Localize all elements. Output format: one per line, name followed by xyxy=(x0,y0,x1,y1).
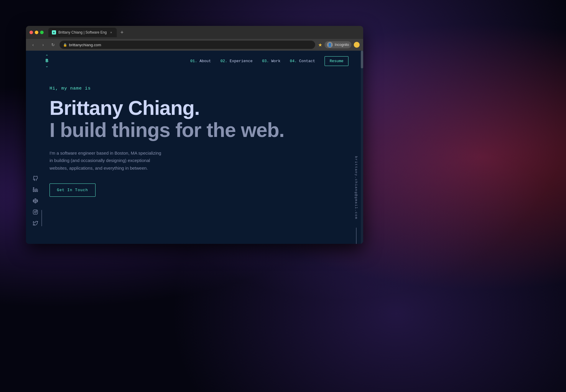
codepen-icon[interactable] xyxy=(32,198,38,204)
social-sidebar xyxy=(32,176,38,226)
address-input[interactable]: 🔒 brittanychiang.com xyxy=(60,41,315,49)
maximize-button[interactable] xyxy=(40,31,44,34)
twitter-icon[interactable] xyxy=(32,220,38,226)
forward-button[interactable]: › xyxy=(40,41,47,48)
incognito-label: Incognito xyxy=(335,43,349,47)
nav-num-work: 03. xyxy=(262,59,269,63)
svg-rect-5 xyxy=(33,210,38,214)
instagram-icon[interactable] xyxy=(32,209,38,215)
site-logo[interactable]: B xyxy=(41,55,53,67)
browser-titlebar: B Brittany Chiang | Software Eng × + xyxy=(26,26,363,39)
nav-link-contact[interactable]: 04. Contact xyxy=(290,59,315,63)
incognito-avatar: 👤 xyxy=(327,42,333,48)
email-text[interactable]: brittany.chiang@gmail.com xyxy=(354,156,358,219)
email-line xyxy=(356,228,356,244)
svg-rect-0 xyxy=(33,189,34,192)
traffic-lights xyxy=(29,31,44,34)
site-navigation: B 01. About 02. Experience 03. Work 04. … xyxy=(26,51,363,71)
nav-link-work[interactable]: 03. Work xyxy=(262,59,280,63)
scrollbar[interactable] xyxy=(361,51,363,244)
svg-point-6 xyxy=(34,211,36,213)
tab-bar: B Brittany Chiang | Software Eng × + xyxy=(48,28,360,37)
nav-link-experience[interactable]: 02. Experience xyxy=(221,59,253,63)
linkedin-icon[interactable] xyxy=(32,187,38,193)
hero-name: Brittany Chiang. xyxy=(50,97,340,119)
resume-button[interactable]: Resume xyxy=(325,56,348,66)
close-button[interactable] xyxy=(29,31,33,34)
new-tab-button[interactable]: + xyxy=(118,28,126,37)
nav-num-about: 01. xyxy=(190,59,197,63)
browser-window: B Brittany Chiang | Software Eng × + ‹ ›… xyxy=(26,26,363,244)
email-sidebar: brittany.chiang@gmail.com xyxy=(354,156,358,244)
cta-button[interactable]: Get In Touch xyxy=(50,183,96,197)
nav-link-about[interactable]: 01. About xyxy=(190,59,211,63)
browser-actions: ★ 👤 Incognito xyxy=(318,41,360,48)
profile-circle[interactable] xyxy=(354,42,360,48)
nav-links: 01. About 02. Experience 03. Work 04. Co… xyxy=(190,56,348,66)
nav-num-experience: 02. xyxy=(221,59,227,63)
tab-close-button[interactable]: × xyxy=(109,30,113,34)
minimize-button[interactable] xyxy=(35,31,38,34)
refresh-button[interactable]: ↻ xyxy=(50,41,57,48)
website-content: B 01. About 02. Experience 03. Work 04. … xyxy=(26,51,363,244)
bookmark-icon[interactable]: ★ xyxy=(318,42,322,48)
url-text: brittanychiang.com xyxy=(69,43,101,47)
svg-point-1 xyxy=(33,188,34,188)
back-button[interactable]: ‹ xyxy=(29,41,37,48)
browser-tab[interactable]: B Brittany Chiang | Software Eng × xyxy=(48,28,117,37)
nav-num-contact: 04. xyxy=(290,59,297,63)
tab-favicon: B xyxy=(52,30,56,34)
github-icon[interactable] xyxy=(32,176,38,181)
incognito-button[interactable]: 👤 Incognito xyxy=(325,41,351,48)
lock-icon: 🔒 xyxy=(63,43,67,47)
logo-letter: B xyxy=(45,58,48,64)
hero-greeting: Hi, my name is xyxy=(50,86,340,91)
logo-hexagon: B xyxy=(41,55,53,67)
tab-title: Brittany Chiang | Software Eng xyxy=(58,30,107,34)
hero-description: I'm a software engineer based in Boston,… xyxy=(50,149,162,172)
browser-addressbar: ‹ › ↻ 🔒 brittanychiang.com ★ 👤 Incognito xyxy=(26,39,363,51)
sidebar-line xyxy=(42,210,42,226)
hero-section: Hi, my name is Brittany Chiang. I build … xyxy=(50,86,340,197)
hero-tagline: I build things for the web. xyxy=(50,119,340,141)
svg-point-7 xyxy=(36,211,37,211)
